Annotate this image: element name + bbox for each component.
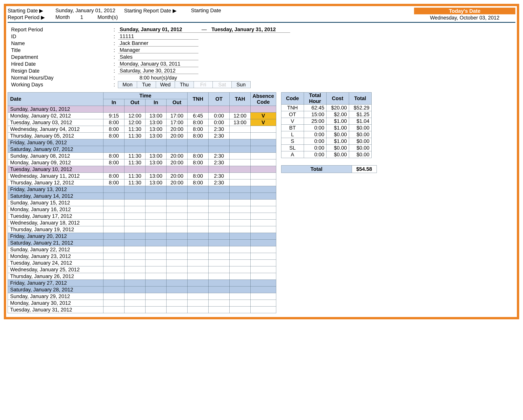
col-ot: OT: [209, 92, 229, 106]
timesheet-row[interactable]: Friday, January 06, 2012: [8, 139, 276, 146]
summary-table: Code Total Hour Cost Total TNH62:45$20.0…: [281, 92, 372, 158]
summary-row: BT0:00$1.00$0.00: [281, 125, 371, 131]
normal-hours-label: Normal Hours/Day: [11, 75, 110, 81]
col-total: Total: [349, 92, 371, 105]
timesheet-row[interactable]: Thursday, January 05, 20128:0011:3013:00…: [8, 133, 276, 139]
timesheet-row[interactable]: Thursday, January 19, 2012: [8, 226, 276, 233]
working-days-label: Working Days: [11, 82, 110, 88]
report-period-from: Sunday, January 01, 2012: [118, 27, 198, 33]
working-day-wed[interactable]: Wed: [156, 81, 175, 88]
resign-date-label: Resign Date: [11, 68, 110, 74]
col-out1: Out: [124, 99, 146, 106]
hired-date-value[interactable]: Monday, January 03, 2011: [118, 61, 198, 67]
summary-row: S0:00$1.00$0.00: [281, 138, 371, 145]
department-label: Department: [11, 54, 110, 60]
timesheet-row[interactable]: Monday, January 23, 2012: [8, 253, 276, 260]
timesheet-row[interactable]: Sunday, January 01, 2012: [8, 106, 276, 113]
id-value[interactable]: 11111: [118, 33, 198, 40]
divider: [8, 22, 515, 23]
timesheet-row[interactable]: Friday, January 20, 2012: [8, 233, 276, 240]
timesheet-row[interactable]: Tuesday, January 03, 20128:0012:0013:001…: [8, 119, 276, 126]
title-label: Title: [11, 47, 110, 53]
timesheet-row[interactable]: Wednesday, January 11, 20128:0011:3013:0…: [8, 173, 276, 179]
timesheet-row[interactable]: Saturday, January 28, 2012: [8, 286, 276, 293]
working-days-row: MonTueWedThuFriSatSun: [118, 81, 251, 88]
report-period-label: Report Period: [11, 27, 110, 33]
working-day-tue[interactable]: Tue: [137, 81, 156, 88]
timesheet-row[interactable]: Monday, January 30, 2012: [8, 300, 276, 307]
report-period-count[interactable]: 1: [80, 14, 98, 21]
top-controls: Starting Date ▶ Sunday, January 01, 2012…: [8, 8, 515, 21]
timesheet-row[interactable]: Saturday, January 21, 2012: [8, 240, 276, 246]
timesheet-row[interactable]: Sunday, January 29, 2012: [8, 293, 276, 300]
timesheet-row[interactable]: Wednesday, January 18, 2012: [8, 219, 276, 226]
col-cost: Cost: [326, 92, 349, 105]
working-day-fri[interactable]: Fri: [194, 81, 213, 88]
summary-row: TNH62:45$20.00$52.29: [281, 105, 371, 111]
timesheet-row[interactable]: Sunday, January 15, 2012: [8, 200, 276, 206]
grand-total-value: $54.58: [352, 165, 377, 173]
summary-row: OT15:00$2.00$1.25: [281, 111, 371, 118]
timesheet-row[interactable]: Tuesday, January 31, 2012: [8, 307, 276, 313]
col-total-hour: Total Hour: [304, 92, 326, 105]
starting-report-date-label: Starting Report Date ▶: [124, 8, 191, 15]
title-value[interactable]: Manager: [118, 47, 198, 53]
timesheet-table: Date Time TNH OT TAH Absence Code In Out…: [8, 92, 276, 313]
timesheet-row[interactable]: Saturday, January 07, 2012: [8, 146, 276, 153]
timesheet-row[interactable]: Friday, January 13, 2012: [8, 186, 276, 193]
report-period-unit[interactable]: Month: [56, 14, 80, 21]
timesheet-row[interactable]: Wednesday, January 25, 2012: [8, 266, 276, 273]
col-in2: In: [146, 99, 166, 106]
col-time: Time: [103, 92, 188, 99]
working-day-sat[interactable]: Sat: [212, 81, 232, 88]
grand-total-label: Total: [281, 165, 352, 173]
timesheet-row[interactable]: Sunday, January 22, 2012: [8, 246, 276, 253]
timesheet-row[interactable]: Tuesday, January 10, 2012: [8, 166, 276, 173]
timesheet-row[interactable]: Tuesday, January 17, 2012: [8, 213, 276, 219]
report-period-to: Tuesday, January 31, 2012: [210, 27, 290, 33]
timesheet-row[interactable]: Tuesday, January 24, 2012: [8, 260, 276, 266]
summary-row: SL0:00$0.00$0.00: [281, 145, 371, 151]
col-in1: In: [103, 99, 124, 106]
working-day-thu[interactable]: Thu: [175, 81, 194, 88]
id-label: ID: [11, 34, 110, 40]
summary-row: V25:00$1.00$1.04: [281, 118, 371, 125]
timesheet-row[interactable]: Monday, January 09, 20128:0011:3013:0020…: [8, 159, 276, 166]
normal-hours-value: 8:00 hour(s)/day: [118, 75, 198, 81]
col-out2: Out: [166, 99, 188, 106]
col-absence-code: Absence Code: [251, 92, 276, 106]
todays-date-value: Wednesday, October 03, 2012: [414, 14, 515, 21]
timesheet-row[interactable]: Saturday, January 14, 2012: [8, 193, 276, 200]
department-value[interactable]: Sales: [118, 54, 198, 60]
timesheet-row[interactable]: Monday, January 02, 20129:1512:0013:0017…: [8, 113, 276, 119]
timesheet-row[interactable]: Monday, January 16, 2012: [8, 206, 276, 213]
working-day-sun[interactable]: Sun: [231, 81, 251, 88]
summary-row: L0:00$0.00$0.00: [281, 131, 371, 138]
report-period-control-label: Report Period ▶: [8, 14, 56, 21]
report-period-units-label: Month(s): [98, 14, 124, 21]
working-day-mon[interactable]: Mon: [118, 81, 137, 88]
name-value[interactable]: Jack Banner: [118, 40, 198, 46]
col-tah: TAH: [229, 92, 251, 106]
col-date: Date: [8, 92, 103, 106]
timesheet-row[interactable]: Thursday, January 26, 2012: [8, 273, 276, 280]
todays-date-label: Today's Date: [414, 8, 515, 15]
timesheet-row[interactable]: Wednesday, January 04, 20128:0011:3013:0…: [8, 126, 276, 133]
timesheet-row[interactable]: Thursday, January 12, 20128:0011:3013:00…: [8, 179, 276, 186]
name-label: Name: [11, 40, 110, 46]
starting-date-value[interactable]: Sunday, January 01, 2012: [56, 8, 124, 15]
resign-date-value[interactable]: Saturday, June 30, 2012: [118, 68, 198, 74]
grand-total-row: Total $54.58: [281, 165, 377, 173]
col-tnh: TNH: [188, 92, 209, 106]
dash-icon: —: [198, 27, 210, 33]
timesheet-row[interactable]: Friday, January 27, 2012: [8, 280, 276, 286]
starting-date-label: Starting Date ▶: [8, 8, 56, 15]
employee-info: Report Period : Sunday, January 01, 2012…: [11, 26, 515, 88]
timesheet-row[interactable]: Sunday, January 08, 20128:0011:3013:0020…: [8, 153, 276, 159]
starting-report-date-value[interactable]: Starting Date: [191, 8, 252, 15]
col-code: Code: [281, 92, 304, 105]
summary-row: A0:00$0.00$0.00: [281, 151, 371, 158]
report-frame: Starting Date ▶ Sunday, January 01, 2012…: [4, 4, 519, 319]
hired-date-label: Hired Date: [11, 61, 110, 67]
